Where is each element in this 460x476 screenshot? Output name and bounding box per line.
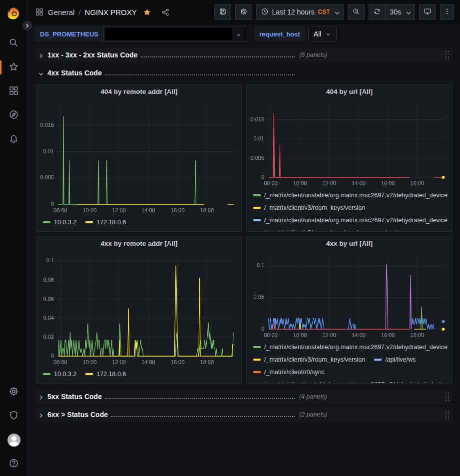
legend-item[interactable]: /_matrix/client/v3/room_keys/version <box>253 201 365 214</box>
save-dashboard-button[interactable] <box>214 4 231 20</box>
x-axis-tick: 16:00 <box>381 180 395 186</box>
dotted-leader <box>105 70 295 75</box>
legend-item[interactable]: /sw.js <box>374 226 401 231</box>
timezone-label: CST <box>318 8 330 15</box>
chart-canvas[interactable]: 00.0050.010.01508:0010:0012:0014:0016:00… <box>247 98 452 188</box>
share-icon[interactable] <box>161 8 170 16</box>
legend-item[interactable]: /_matrix/client/unstable/org.matrix.msc2… <box>253 378 448 383</box>
timeseries-chart[interactable]: 00.050.108:0010:0012:0014:0016:0018:00 <box>247 250 452 340</box>
timeseries-chart[interactable]: 00.0050.010.01508:0010:0012:0014:0016:00… <box>36 98 242 215</box>
legend-item[interactable]: 172.18.0.6 <box>85 216 126 228</box>
panel-title[interactable]: 4xx by uri [All] <box>247 236 452 250</box>
grafana-logo[interactable] <box>7 6 21 20</box>
sidebar-expand-button[interactable] <box>22 21 32 30</box>
sidebar <box>0 0 28 476</box>
sidebar-item-explore[interactable] <box>0 103 28 127</box>
bell-icon <box>8 133 19 146</box>
legend-label: /_matrix/client/unstable/org.matrix.msc2… <box>264 381 448 384</box>
x-axis-tick: 18:00 <box>411 332 425 338</box>
row-title: 1xx - 3xx - 2xx Status Code <box>47 51 138 59</box>
dashboard-settings-button[interactable] <box>235 4 252 20</box>
sidebar-item-help[interactable] <box>0 452 28 476</box>
kebab-menu-button[interactable] <box>440 4 454 20</box>
timeseries-chart[interactable]: 00.0050.010.01508:0010:0012:0014:0016:00… <box>247 98 452 188</box>
refresh-interval-dropdown[interactable]: 30s <box>386 4 415 20</box>
legend-item[interactable]: /_matrix/client/unstable/org.matrix.msc2… <box>253 214 448 226</box>
legend-label: 10.0.3.2 <box>54 371 76 378</box>
legend-item[interactable]: /_matrix/client/unstable/org.matrix.msc2… <box>253 189 448 201</box>
sidebar-item-configuration[interactable] <box>0 380 28 404</box>
dashboard-canvas: 1xx - 3xx - 2xx Status Code (6 panels) 4… <box>28 44 460 422</box>
row-header-5xx[interactable]: 5xx Status Code (4 panels) <box>36 390 453 404</box>
variable-value-request-host[interactable]: All <box>308 26 337 42</box>
variable-value-ds-prometheus[interactable] <box>103 26 246 42</box>
apps-grid-icon <box>35 7 44 16</box>
zoom-out-time-button[interactable] <box>348 4 365 20</box>
legend-label: 10.0.3.2 <box>54 219 76 226</box>
row-header-1xx-3xx-2xx[interactable]: 1xx - 3xx - 2xx Status Code (6 panels) <box>36 48 453 62</box>
row-drag-handle[interactable] <box>445 392 450 402</box>
x-axis-tick: 14:00 <box>141 359 155 365</box>
chart-canvas[interactable]: 00.050.108:0010:0012:0014:0016:0018:00 <box>247 250 452 340</box>
sidebar-item-alerting[interactable] <box>0 127 28 151</box>
sidebar-item-starred[interactable] <box>0 55 28 79</box>
row-drag-handle[interactable] <box>445 410 450 420</box>
sidebar-item-server-admin[interactable] <box>0 404 28 428</box>
legend-item[interactable]: /_matrix/client/unstable/org.matrix.msc2… <box>253 341 448 353</box>
row-panel-count: (2 panels) <box>299 411 327 418</box>
search-icon <box>8 37 19 50</box>
y-axis-tick: 0.005 <box>250 155 264 161</box>
breadcrumb-section[interactable]: General <box>48 8 74 16</box>
row-header-4xx[interactable]: 4xx Status Code <box>36 66 453 80</box>
legend-item[interactable]: /_matrix/client/v3/room_keys/version <box>253 226 365 231</box>
row-title: 4xx Status Code <box>47 69 102 77</box>
sidebar-item-dashboards[interactable] <box>0 79 28 103</box>
panel-title[interactable]: 404 by remote addr [All] <box>36 84 242 98</box>
compass-icon <box>8 109 19 122</box>
y-axis-tick: 0.1 <box>257 262 264 268</box>
tv-mode-button[interactable] <box>419 4 436 20</box>
redacted-datasource-value <box>105 28 232 40</box>
dashboard-title[interactable]: NGINX PROXY <box>85 8 137 16</box>
panel-title[interactable]: 404 by uri [All] <box>247 84 452 98</box>
series-color-swatch <box>85 373 93 375</box>
legend-item[interactable]: 172.18.0.6 <box>85 368 126 380</box>
sidebar-item-search[interactable] <box>0 31 28 55</box>
y-axis-tick: 0 <box>261 174 264 180</box>
x-axis-tick: 08:00 <box>264 180 278 186</box>
favorite-star-icon[interactable] <box>143 8 151 16</box>
legend-item[interactable]: 10.0.3.2 <box>43 216 76 228</box>
chart-canvas[interactable]: 00.020.040.060.080.108:0010:0012:0014:00… <box>36 250 242 367</box>
time-range-picker[interactable]: Last 12 hours CST <box>256 4 344 20</box>
x-axis-tick: 18:00 <box>200 207 214 213</box>
x-axis-tick: 12:00 <box>112 207 126 213</box>
row-title-wrap: 5xx Status Code <box>47 393 296 401</box>
zoom-out-icon <box>352 7 360 17</box>
sidebar-item-profile[interactable] <box>0 428 28 452</box>
x-axis-tick: 08:00 <box>53 207 67 213</box>
series-color-swatch <box>43 221 50 223</box>
panel-legend: 10.0.3.2172.18.0.6 <box>36 367 242 380</box>
legend-item[interactable]: /_matrix/client/v3/room_keys/version <box>253 353 365 366</box>
x-axis-tick: 16:00 <box>171 207 185 213</box>
row-header-6xx[interactable]: 6xx > Status Code (2 panels) <box>36 408 453 422</box>
chevron-right-icon <box>38 412 44 418</box>
x-axis-tick: 14:00 <box>352 180 366 186</box>
refresh-button[interactable] <box>369 4 386 20</box>
x-axis-tick: 16:00 <box>171 359 185 365</box>
legend-item[interactable]: /_matrix/client/r0/sync <box>253 366 325 378</box>
row-title: 6xx > Status Code <box>47 411 108 419</box>
row-drag-handle[interactable] <box>445 50 450 60</box>
y-axis-tick: 0.015 <box>250 116 264 122</box>
y-axis-tick: 0.1 <box>46 257 54 263</box>
chart-canvas[interactable]: 00.0050.010.01508:0010:0012:0014:0016:00… <box>36 98 242 215</box>
legend-item[interactable]: 10.0.3.2 <box>43 368 76 380</box>
panel-legend: 10.0.3.2172.18.0.6 <box>36 215 242 228</box>
legend-item[interactable]: /api/live/ws <box>374 353 416 366</box>
series-color-swatch <box>253 371 261 373</box>
legend-label: /_matrix/client/r0/sync <box>264 369 325 376</box>
panel-title[interactable]: 4xx by remote addr [All] <box>36 236 242 250</box>
legend-label: 172.18.0.6 <box>96 371 126 378</box>
y-axis-tick: 0.08 <box>43 277 54 283</box>
timeseries-chart[interactable]: 00.020.040.060.080.108:0010:0012:0014:00… <box>36 250 242 367</box>
